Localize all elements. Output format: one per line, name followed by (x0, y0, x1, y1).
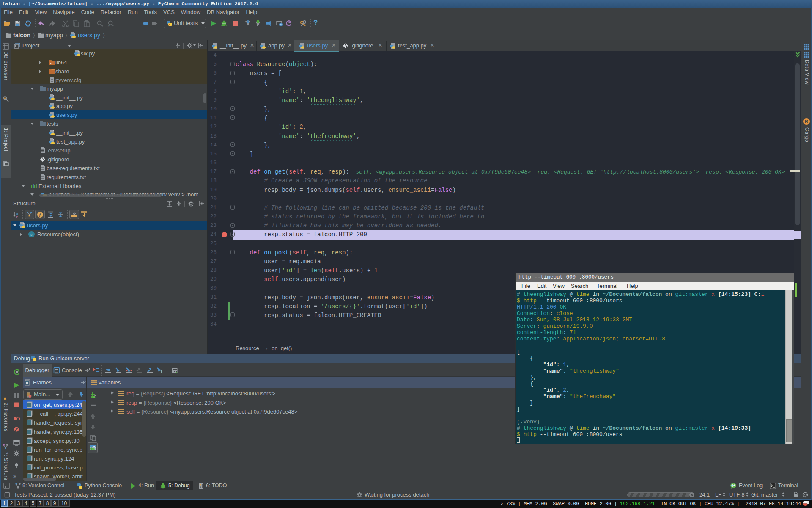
svg-text:A: A (108, 24, 110, 27)
svg-text:9+: 9+ (731, 483, 735, 488)
svg-text:I: I (161, 369, 162, 374)
svg-text:z: z (16, 215, 18, 218)
